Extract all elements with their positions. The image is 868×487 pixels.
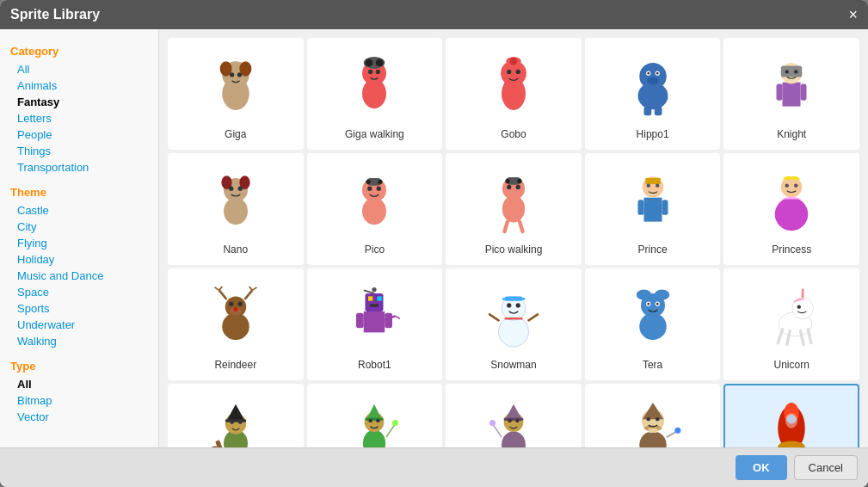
sprite-cell-knight[interactable]: Knight	[723, 38, 859, 150]
sidebar-category-letters[interactable]: Letters	[10, 110, 148, 126]
svg-point-67	[794, 183, 797, 187]
sprite-cell-hippo1[interactable]: Hippo1	[585, 38, 721, 150]
sprite-name-robot1: Robot1	[358, 359, 391, 371]
sprite-image-giga-walking	[312, 45, 438, 126]
svg-point-11	[366, 59, 373, 66]
svg-rect-28	[783, 82, 801, 106]
sprite-cell-giga-walking[interactable]: Giga walking	[307, 38, 443, 150]
sprite-cell-prince[interactable]: Prince	[585, 153, 721, 265]
type-section-title: Type	[10, 360, 148, 373]
svg-rect-135	[504, 417, 524, 421]
svg-point-40	[237, 186, 242, 190]
svg-point-31	[785, 70, 789, 73]
sidebar-category-things[interactable]: Things	[10, 143, 148, 159]
sprite-cell-pico[interactable]: Pico	[307, 153, 443, 265]
sprite-image-robot1	[312, 275, 438, 357]
svg-point-71	[229, 301, 233, 305]
svg-rect-30	[781, 65, 803, 77]
sprite-image-prince	[590, 160, 716, 242]
sprite-cell-robot1[interactable]: Robot1	[307, 268, 443, 380]
dialog-header: Sprite Library ×	[0, 0, 868, 29]
svg-point-102	[636, 289, 651, 299]
category-section-title: Category	[10, 45, 148, 58]
svg-point-140	[639, 431, 667, 447]
sprite-cell-wizard-girl[interactable]: Wizard Girl	[446, 384, 582, 447]
svg-point-65	[781, 176, 803, 198]
sidebar-type-all-type[interactable]: All	[10, 376, 148, 392]
sprite-cell-reindeer[interactable]: Reindeer	[168, 268, 304, 380]
sprite-image-hippo1	[590, 45, 716, 126]
sidebar-theme-space[interactable]: Space	[10, 284, 148, 300]
sprite-cell-princess[interactable]: Princess	[723, 153, 859, 265]
svg-point-106	[647, 302, 649, 305]
close-button[interactable]: ×	[848, 7, 858, 22]
svg-rect-27	[654, 106, 662, 115]
sprite-grid: Giga Giga walking Gobo Hippo1 Kn	[168, 38, 859, 447]
svg-point-25	[647, 77, 659, 84]
sprite-name-giga-walking: Giga walking	[345, 128, 404, 140]
svg-rect-82	[368, 296, 372, 300]
svg-point-9	[376, 69, 380, 73]
sprite-name-tera: Tera	[643, 359, 662, 371]
sidebar-category-people[interactable]: People	[10, 126, 148, 143]
svg-point-144	[646, 416, 649, 420]
sprite-cell-spaceship[interactable]: SpaceshipCostumes: 2	[723, 384, 859, 447]
sidebar-theme-castle[interactable]: Castle	[10, 202, 148, 219]
type-list: AllBitmapVector	[10, 376, 148, 425]
sprite-cell-pico-walking[interactable]: Pico walking	[446, 153, 582, 265]
svg-point-145	[656, 416, 659, 420]
sidebar-theme-walking[interactable]: Walking	[10, 333, 148, 349]
sprite-cell-witch[interactable]: Witch	[168, 384, 304, 447]
svg-rect-33	[777, 83, 783, 100]
svg-point-39	[229, 186, 233, 190]
sprite-cell-snowman[interactable]: Snowman	[446, 268, 582, 380]
svg-rect-34	[801, 83, 807, 100]
sidebar-category-transportation[interactable]: Transportation	[10, 159, 148, 176]
svg-point-44	[377, 186, 381, 190]
sidebar-type-vector[interactable]: Vector	[10, 409, 148, 425]
svg-rect-127	[366, 417, 384, 421]
sprite-name-giga: Giga	[225, 128, 246, 140]
svg-point-154	[787, 414, 797, 423]
sprite-cell-nano[interactable]: Nano	[168, 153, 304, 265]
sidebar-theme-holiday[interactable]: Holiday	[10, 251, 148, 268]
svg-line-56	[520, 221, 523, 231]
svg-point-16	[516, 69, 520, 73]
sidebar-type-bitmap[interactable]: Bitmap	[10, 392, 148, 409]
svg-point-50	[507, 184, 511, 188]
sidebar-theme-underwater[interactable]: Underwater	[10, 317, 148, 333]
svg-marker-134	[505, 404, 521, 419]
sidebar-theme-music-and-dance[interactable]: Music and Dance	[10, 268, 148, 284]
sidebar-category-animals[interactable]: Animals	[10, 77, 148, 94]
sprite-name-pico-walking: Pico walking	[485, 244, 543, 256]
svg-point-96	[516, 303, 520, 307]
sprite-name-gobo: Gobo	[501, 128, 526, 140]
sprite-name-nano: Nano	[223, 244, 248, 256]
ok-button[interactable]: OK	[736, 455, 787, 480]
cancel-button[interactable]: Cancel	[794, 455, 858, 480]
sidebar-category-all[interactable]: All	[10, 61, 148, 77]
dialog-title: Sprite Library	[10, 7, 100, 22]
sprite-name-unicorn: Unicorn	[774, 359, 810, 371]
svg-point-121	[238, 420, 242, 423]
sprite-cell-giga[interactable]: Giga	[168, 38, 304, 150]
sprite-cell-wizard-boy[interactable]: Wizard Boy	[307, 384, 443, 447]
svg-line-99	[528, 314, 538, 320]
svg-line-76	[219, 287, 223, 290]
sidebar-theme-flying[interactable]: Flying	[10, 235, 148, 251]
svg-point-5	[237, 72, 242, 77]
sidebar-category-fantasy[interactable]: Fantasy	[10, 94, 148, 110]
svg-line-55	[504, 221, 508, 231]
sidebar-theme-sports[interactable]: Sports	[10, 300, 148, 317]
sprite-image-snowman	[451, 275, 576, 357]
svg-point-91	[498, 317, 528, 347]
sprite-name-princess: Princess	[772, 244, 811, 256]
sprite-name-snowman: Snowman	[490, 359, 536, 371]
sprite-cell-wizard[interactable]: Wizard	[585, 384, 721, 447]
sprite-cell-gobo[interactable]: Gobo	[446, 38, 582, 150]
sprite-image-reindeer	[173, 275, 299, 357]
svg-line-77	[244, 290, 252, 299]
sidebar-theme-city[interactable]: City	[10, 219, 148, 235]
sprite-cell-unicorn[interactable]: Unicorn	[723, 268, 859, 380]
sprite-cell-tera[interactable]: Tera	[585, 268, 721, 380]
